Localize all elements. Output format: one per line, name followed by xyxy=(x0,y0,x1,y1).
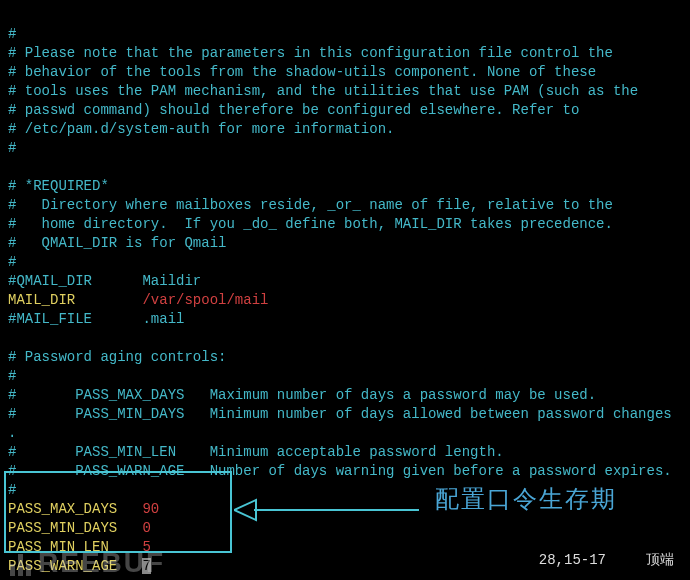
vim-status-bar: 28,15-17顶端 xyxy=(539,551,674,570)
config-key: MAIL_DIR xyxy=(8,292,75,308)
comment-line: . xyxy=(8,425,16,441)
comment-line: # QMAIL_DIR is for Qmail xyxy=(8,235,226,251)
comment-line: # home directory. If you _do_ define bot… xyxy=(8,216,613,232)
config-key: PASS_MAX_DAYS xyxy=(8,501,117,517)
comment-line: # xyxy=(8,368,16,384)
comment-line: # xyxy=(8,140,16,156)
comment-line: # PASS_MIN_DAYS Minimum number of days a… xyxy=(8,406,672,422)
comment-line: # tools uses the PAM mechanism, and the … xyxy=(8,83,638,99)
comment-line: #QMAIL_DIR Maildir xyxy=(8,273,201,289)
comment-line: # behavior of the tools from the shadow-… xyxy=(8,64,596,80)
config-value: 90 xyxy=(142,501,159,517)
comment-line: # PASS_MAX_DAYS Maximum number of days a… xyxy=(8,387,596,403)
config-value: /var/spool/mail xyxy=(142,292,268,308)
pass-min-len-line: PASS_MIN_LEN 5 xyxy=(8,539,151,555)
annotation-label: 配置口令生存期 xyxy=(435,489,617,508)
comment-line: # Directory where mailboxes reside, _or_… xyxy=(8,197,613,213)
comment-line: # xyxy=(8,254,16,270)
pass-warn-age-line: PASS_WARN_AGE 7 xyxy=(8,558,151,574)
scroll-label: 顶端 xyxy=(646,552,674,568)
comment-line: # xyxy=(8,482,16,498)
cursor-position: 28,15-17 xyxy=(539,552,606,568)
comment-line: # PASS_WARN_AGE Number of days warning g… xyxy=(8,463,672,479)
comment-line: # xyxy=(8,26,16,42)
config-value: 0 xyxy=(142,520,150,536)
comment-line: # Please note that the parameters in thi… xyxy=(8,45,613,61)
pass-max-days-line: PASS_MAX_DAYS 90 xyxy=(8,501,159,517)
comment-line: # Password aging controls: xyxy=(8,349,226,365)
comment-line: #MAIL_FILE .mail xyxy=(8,311,184,327)
comment-line: # passwd command) should therefore be co… xyxy=(8,102,579,118)
config-key: PASS_MIN_LEN xyxy=(8,539,109,555)
comment-line: # /etc/pam.d/system-auth for more inform… xyxy=(8,121,394,137)
config-key: PASS_MIN_DAYS xyxy=(8,520,117,536)
pass-min-days-line: PASS_MIN_DAYS 0 xyxy=(8,520,151,536)
comment-line: # PASS_MIN_LEN Minimum acceptable passwo… xyxy=(8,444,504,460)
config-key: PASS_WARN_AGE xyxy=(8,558,117,574)
comment-line: # *REQUIRED* xyxy=(8,178,109,194)
mail-dir-line: MAIL_DIR /var/spool/mail xyxy=(8,292,268,308)
cursor: 7 xyxy=(142,558,150,574)
config-value: 5 xyxy=(142,539,150,555)
